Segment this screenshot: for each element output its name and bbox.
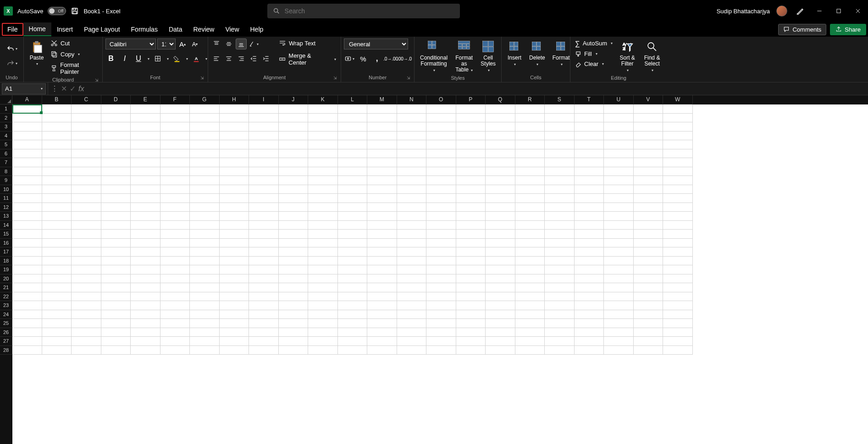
tab-help[interactable]: Help <box>245 23 269 36</box>
cell[interactable] <box>308 265 338 274</box>
cell[interactable] <box>367 239 397 248</box>
cell[interactable] <box>486 274 515 284</box>
cell[interactable] <box>131 114 160 123</box>
cell[interactable] <box>397 247 427 257</box>
cell[interactable] <box>486 319 515 328</box>
cell[interactable] <box>160 337 190 346</box>
cell[interactable] <box>308 247 338 257</box>
cancel-formula-icon[interactable]: ✕ <box>61 84 67 93</box>
cell[interactable] <box>456 194 486 203</box>
cell[interactable] <box>604 310 634 319</box>
cell[interactable] <box>338 158 368 167</box>
cell[interactable] <box>545 337 575 346</box>
cell[interactable] <box>338 114 368 123</box>
cell[interactable] <box>575 140 604 149</box>
cell[interactable] <box>545 283 575 292</box>
cell[interactable] <box>515 319 545 328</box>
cell[interactable] <box>663 292 693 301</box>
row-header[interactable]: 11 <box>0 194 12 203</box>
cell[interactable] <box>279 274 309 284</box>
cell[interactable] <box>279 346 309 355</box>
cell[interactable] <box>160 274 190 284</box>
comma-button[interactable]: , <box>371 53 382 64</box>
cell[interactable] <box>42 292 72 301</box>
cell[interactable] <box>12 337 42 346</box>
cell[interactable] <box>279 301 309 310</box>
cell[interactable] <box>663 247 693 257</box>
cell[interactable] <box>604 265 634 274</box>
enter-formula-icon[interactable]: ✓ <box>70 84 76 93</box>
cell[interactable] <box>190 212 220 221</box>
cell[interactable] <box>575 274 604 284</box>
cell[interactable] <box>101 301 131 310</box>
cell[interactable] <box>249 283 279 292</box>
cell[interactable] <box>160 158 190 167</box>
bold-button[interactable]: B <box>105 53 116 64</box>
cell[interactable] <box>575 194 604 203</box>
cell[interactable] <box>190 283 220 292</box>
cell[interactable] <box>486 265 515 274</box>
cell[interactable] <box>101 247 131 257</box>
cell[interactable] <box>279 104 309 114</box>
cell[interactable] <box>456 122 486 132</box>
cell[interactable] <box>634 328 663 337</box>
cell[interactable] <box>72 167 101 176</box>
cell[interactable] <box>160 122 190 132</box>
cell[interactable] <box>160 239 190 248</box>
number-format-select[interactable]: General <box>344 38 408 49</box>
cell[interactable] <box>663 158 693 167</box>
cell[interactable] <box>190 122 220 132</box>
cell[interactable] <box>634 114 663 123</box>
row-header[interactable]: 3 <box>0 122 12 132</box>
cell[interactable] <box>397 158 427 167</box>
cell[interactable] <box>220 337 249 346</box>
cell[interactable] <box>663 265 693 274</box>
column-header[interactable]: T <box>575 95 604 104</box>
cell[interactable] <box>545 239 575 248</box>
cell[interactable] <box>249 301 279 310</box>
cell[interactable] <box>12 140 42 149</box>
cell[interactable] <box>160 346 190 355</box>
cell[interactable] <box>575 167 604 176</box>
cell[interactable] <box>160 104 190 114</box>
cell[interactable] <box>545 132 575 141</box>
cell[interactable] <box>72 337 101 346</box>
cell[interactable] <box>338 176 368 185</box>
cell[interactable] <box>308 257 338 266</box>
cell[interactable] <box>131 212 160 221</box>
cell[interactable] <box>338 274 368 284</box>
cell[interactable] <box>190 301 220 310</box>
cell[interactable] <box>397 346 427 355</box>
cell[interactable] <box>426 167 456 176</box>
cell[interactable] <box>663 301 693 310</box>
cell[interactable] <box>160 283 190 292</box>
cell[interactable] <box>515 167 545 176</box>
cell[interactable] <box>663 185 693 194</box>
row-header[interactable]: 17 <box>0 247 12 257</box>
cell[interactable] <box>160 301 190 310</box>
font-size-select[interactable]: 11 <box>157 38 176 49</box>
cell[interactable] <box>604 346 634 355</box>
cell[interactable] <box>663 221 693 230</box>
cell[interactable] <box>131 158 160 167</box>
cell[interactable] <box>308 122 338 132</box>
cell[interactable] <box>131 194 160 203</box>
cell[interactable] <box>220 239 249 248</box>
cell[interactable] <box>220 247 249 257</box>
cell[interactable] <box>338 212 368 221</box>
cell[interactable] <box>515 176 545 185</box>
cell[interactable] <box>545 328 575 337</box>
cell[interactable] <box>190 176 220 185</box>
cell[interactable] <box>367 319 397 328</box>
cell-styles-button[interactable]: Cell Styles ▾ <box>478 38 498 74</box>
cell[interactable] <box>72 265 101 274</box>
cell[interactable] <box>131 221 160 230</box>
cell[interactable] <box>426 132 456 141</box>
cell[interactable] <box>426 221 456 230</box>
cell[interactable] <box>308 310 338 319</box>
tab-insert[interactable]: Insert <box>51 23 78 36</box>
cell[interactable] <box>426 239 456 248</box>
row-header[interactable]: 19 <box>0 265 12 274</box>
cell[interactable] <box>486 292 515 301</box>
cell[interactable] <box>575 328 604 337</box>
